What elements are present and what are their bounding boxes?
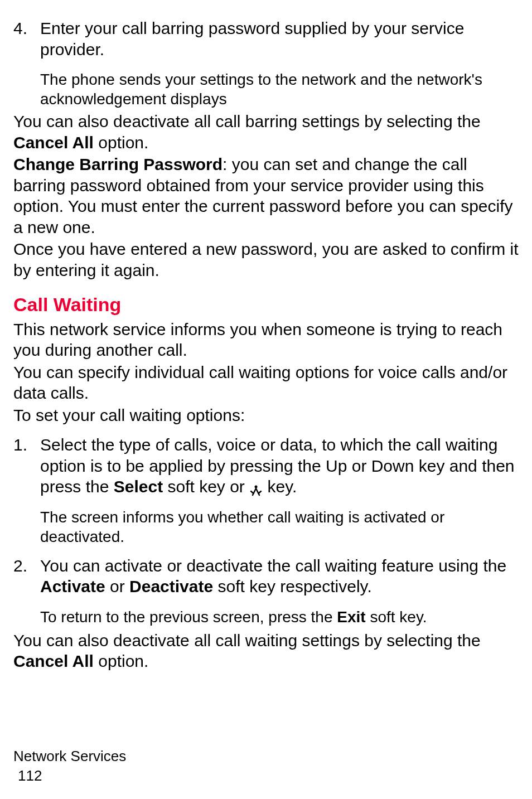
svg-line-1 [253, 488, 256, 495]
text: soft key. [366, 608, 427, 626]
cancel-all-label: Cancel All [13, 652, 94, 670]
cancel-all-label: Cancel All [13, 133, 94, 152]
paragraph-confirm-password: Once you have entered a new password, yo… [13, 239, 519, 280]
text: or [105, 577, 129, 595]
text: To return to the previous screen, press … [40, 608, 337, 626]
paragraph-cancel-all-barring: You can also deactivate all call barring… [13, 111, 519, 153]
cw-step-1-number: 1. [13, 434, 40, 546]
text: soft key or [163, 477, 249, 496]
step-4: 4. Enter your call barring password supp… [13, 18, 519, 109]
step-4-content: Enter your call barring password supplie… [40, 18, 519, 109]
call-waiting-para-3: To set your call waiting options: [13, 405, 519, 426]
cw-step-2-content: You can activate or deactivate the call … [40, 555, 519, 627]
heading-call-waiting: Call Waiting [13, 293, 519, 317]
exit-softkey-label: Exit [337, 608, 365, 626]
footer-section-name: Network Services [13, 747, 126, 766]
paragraph-change-barring-password: Change Barring Password: you can set and… [13, 154, 519, 238]
cw-step-1-subtext: The screen informs you whether call wait… [40, 507, 519, 546]
call-waiting-para-1: This network service informs you when so… [13, 319, 519, 361]
cw-step-1-content: Select the type of calls, voice or data,… [40, 434, 519, 546]
text: option. [94, 133, 148, 152]
page-footer: Network Services 112 [13, 747, 126, 786]
svg-line-4 [259, 491, 262, 493]
cw-step-1: 1. Select the type of calls, voice or da… [13, 434, 519, 546]
cw-step-2-subtext: To return to the previous screen, press … [40, 607, 519, 627]
text: option. [94, 652, 148, 670]
svg-line-2 [256, 488, 259, 495]
activate-softkey-label: Activate [40, 577, 105, 595]
change-barring-password-label: Change Barring Password [13, 155, 223, 173]
select-softkey-label: Select [114, 477, 163, 496]
cw-step-2: 2. You can activate or deactivate the ca… [13, 555, 519, 627]
text: You can also deactivate all call barring… [13, 112, 481, 130]
step-4-subtext: The phone sends your settings to the net… [40, 70, 519, 109]
step-4-number: 4. [13, 18, 40, 109]
call-waiting-para-2: You can specify individual call waiting … [13, 362, 519, 404]
text: key. [263, 477, 297, 496]
footer-page-number: 112 [18, 766, 126, 786]
paragraph-cancel-all-waiting: You can also deactivate all call waiting… [13, 630, 519, 672]
key-icon [249, 481, 263, 495]
step-4-text: Enter your call barring password supplie… [40, 19, 464, 59]
text: You can also deactivate all call waiting… [13, 631, 481, 650]
svg-line-3 [251, 491, 254, 493]
text: soft key respectively. [213, 577, 372, 595]
deactivate-softkey-label: Deactivate [129, 577, 213, 595]
text: You can activate or deactivate the call … [40, 556, 506, 575]
cw-step-2-number: 2. [13, 555, 40, 627]
